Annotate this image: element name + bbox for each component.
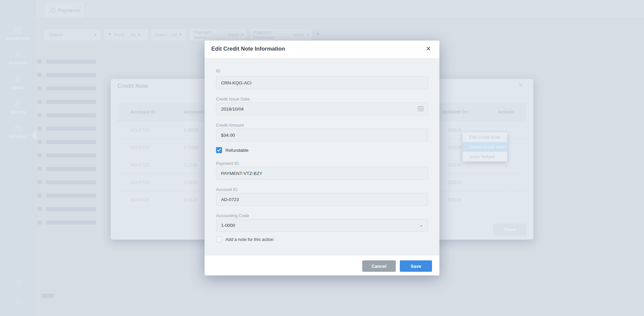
row-context-menu: Edit Credit Note Delete Credit Note Issu… <box>463 132 507 162</box>
edit-credit-note-modal: Edit Credit Note Information × ID Credit… <box>205 41 439 275</box>
status-label: Status: <box>154 32 168 37</box>
cell-updated-on: 52018 <box>448 145 461 150</box>
issue-date-label: Credit Issue Date <box>216 97 250 102</box>
cell-updated-on: 52018 <box>448 197 461 202</box>
background-row-text <box>46 60 96 234</box>
check-circle-icon <box>50 8 56 13</box>
sidebar-item-label: PAYMENT <box>0 135 36 139</box>
status-value: All <box>172 32 177 37</box>
refundable-label: Refundable <box>225 148 249 153</box>
sidebar-item-invoice[interactable]: INVOICE <box>0 100 36 114</box>
save-button[interactable]: Save <box>400 260 432 272</box>
payment-processor-label: Payment Processor: <box>254 30 290 40</box>
credit-note-close-icon[interactable]: × <box>519 81 523 89</box>
menu-item-issue-refund[interactable]: Issue Refund <box>463 152 507 162</box>
sidebar-item-dashboard[interactable]: DASHBOARD <box>0 26 36 41</box>
kebab-menu-icon[interactable]: ⋮ <box>504 162 509 168</box>
cancel-button[interactable]: Cancel <box>362 260 396 272</box>
menu-item-edit-credit-note[interactable]: Edit Credit Note <box>463 132 507 142</box>
col-actions: Actions <box>497 109 515 115</box>
payment-status-dropdown[interactable]: Payment Status: None ▾ <box>190 28 247 41</box>
cell-updated-on: 52018 <box>448 162 461 168</box>
payment-processor-value: None <box>293 32 304 37</box>
account-id-field[interactable] <box>216 193 428 206</box>
cell-accounting-code: 1-1000 <box>184 145 199 150</box>
cell-accounting-code: 1-0000 <box>184 127 199 133</box>
cell-account-id: AD-0723 <box>131 145 149 150</box>
invoice-icon <box>14 100 22 108</box>
sidebar <box>0 0 36 316</box>
chevron-down-icon: ▾ <box>94 33 96 37</box>
id-field[interactable] <box>216 76 428 89</box>
cell-updated-on: 52018 <box>448 127 461 133</box>
cell-accounting-code: 1-1120 <box>184 197 198 202</box>
cell-accounting-code: 1-1100 <box>184 162 198 168</box>
cell-accounting-code: 1-1110 <box>184 180 198 185</box>
add-note-checkbox[interactable] <box>216 237 222 242</box>
tab-label: Payments <box>58 8 80 13</box>
background-pagination <box>42 294 53 298</box>
filter-value: None <box>114 32 124 37</box>
payment-status-value: None <box>228 32 239 37</box>
sidebar-item-account[interactable]: ACCOUNT <box>0 51 36 65</box>
modal-header: Edit Credit Note Information × <box>205 41 439 58</box>
col-account-id: Account ID <box>131 109 156 115</box>
modal-title: Edit Credit Note Information <box>211 46 285 52</box>
active-item-notch <box>32 130 36 140</box>
sidebar-bottom-icon-2[interactable] <box>14 298 22 306</box>
cell-account-id: AD-0723 <box>131 127 149 133</box>
sidebar-bottom-icon-1[interactable] <box>14 277 22 286</box>
account-id-label: Account ID <box>216 187 237 192</box>
tab-payments[interactable]: Payments × <box>45 3 84 17</box>
refundable-checkbox[interactable] <box>216 147 222 153</box>
chevron-down-icon: ▾ <box>179 33 181 37</box>
add-note-label: Add a note for this action <box>225 237 274 242</box>
col-updated-on: Updated On <box>441 109 468 115</box>
add-filter-button[interactable]: + <box>316 29 320 38</box>
amount-field[interactable] <box>216 129 428 141</box>
status-dropdown[interactable]: Status: All ▾ <box>151 28 186 41</box>
account-icon <box>14 51 22 59</box>
kebab-menu-icon[interactable]: ⋮ <box>504 197 509 203</box>
close-button[interactable]: Close <box>493 224 527 236</box>
payment-id-label: Payment ID <box>216 161 239 166</box>
cart-icon <box>14 75 22 83</box>
issue-date-field-wrap <box>216 103 428 115</box>
modal-close-icon[interactable]: × <box>426 44 431 53</box>
dashboard-icon <box>14 26 22 34</box>
cell-account-id: AD-0723 <box>131 197 149 202</box>
chevron-down-icon: ▾ <box>307 33 309 37</box>
search-box[interactable]: ▾ <box>44 28 101 41</box>
search-input[interactable] <box>48 32 90 38</box>
accounting-code-value: 1-0000 <box>221 223 235 228</box>
filter-scope: All <box>130 32 136 37</box>
select-caret-icon: ▾ <box>420 219 422 232</box>
background-row-checkboxes <box>38 60 42 234</box>
menu-item-delete-credit-note[interactable]: Delete Credit Note <box>463 142 507 152</box>
sidebar-item-label: INVOICE <box>0 110 36 114</box>
cell-updated-on: 52018 <box>448 180 461 185</box>
payment-id-field[interactable] <box>216 167 428 180</box>
tab-close-icon[interactable]: × <box>79 4 82 9</box>
funnel-icon <box>108 33 112 37</box>
accounting-code-select[interactable]: 1-0000 ▾ <box>216 219 428 232</box>
chevron-down-icon: ▾ <box>241 33 244 37</box>
sidebar-item-order[interactable]: ORDER <box>0 75 36 90</box>
issue-date-field[interactable] <box>216 103 428 115</box>
sidebar-item-label: DASHBOARD <box>0 37 36 41</box>
chevron-down-icon: ▾ <box>138 33 140 37</box>
sidebar-item-label: ORDER <box>0 86 36 90</box>
payment-card-icon <box>14 124 22 132</box>
calendar-icon[interactable] <box>417 105 424 112</box>
top-bar <box>0 0 644 17</box>
payment-processor-dropdown[interactable]: Payment Processor: None ▾ <box>250 28 312 41</box>
credit-note-title: Credit Note <box>117 83 148 89</box>
kebab-menu-icon[interactable]: ⋮ <box>504 180 509 186</box>
sidebar-item-payment[interactable]: PAYMENT <box>0 124 36 139</box>
cell-account-id: AD-0723 <box>131 162 149 168</box>
app-canvas: Payments × DASHBOARD ACCOUNT ORDER <box>0 0 644 316</box>
cell-account-id: AD-0723 <box>131 180 149 185</box>
payment-status-label: Payment Status: <box>193 30 225 40</box>
accounting-code-label: Accounting Code <box>216 213 249 218</box>
filter-dropdown[interactable]: None All ▾ <box>104 28 149 41</box>
